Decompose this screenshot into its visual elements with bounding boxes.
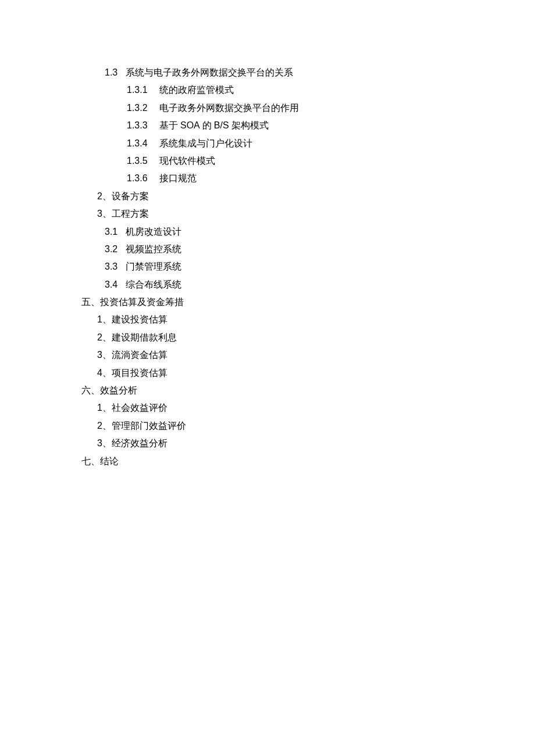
toc-number: 1 <box>97 403 102 413</box>
toc-item-3-2: 3.2 视频监控系统 <box>81 241 535 258</box>
toc-item-1-3: 1.3 系统与电子政务外网数据交换平台的关系 <box>81 64 535 81</box>
toc-item-6-2: 2、管理部门效益评价 <box>81 417 535 435</box>
toc-number: 2 <box>97 421 102 431</box>
toc-item-5-2: 2、建设期借款利息 <box>81 329 535 346</box>
toc-title: 建设投资估算 <box>112 314 167 324</box>
toc-item-1-3-5: 1.3.5 现代软件模式 <box>81 152 535 170</box>
toc-sep: 、 <box>102 209 112 218</box>
toc-number: 3.3 <box>105 258 123 275</box>
toc-title: 综合布线系统 <box>126 280 181 289</box>
toc-number: 1.3.1 <box>127 81 157 99</box>
toc-title: 统的政府监管模式 <box>159 85 234 95</box>
toc-number: 1.3.4 <box>127 135 157 152</box>
toc-number: 3.1 <box>105 223 123 241</box>
toc-title: 管理部门效益评价 <box>112 421 186 431</box>
toc-title: 门禁管理系统 <box>126 261 181 271</box>
toc-item-1-3-4: 1.3.4 系统集成与门户化设计 <box>81 135 535 152</box>
toc-number: 1.3 <box>105 64 123 81</box>
toc-title: 六、效益分析 <box>81 385 137 395</box>
toc-item-5-3: 3、流淌资金估算 <box>81 346 535 364</box>
toc-number: 1.3.2 <box>127 99 157 117</box>
toc-title: 五、投资估算及资金筹措 <box>81 297 184 307</box>
toc-sep: 、 <box>102 421 112 431</box>
toc-sep: 、 <box>102 332 112 342</box>
toc-number: 3 <box>97 438 102 448</box>
toc-item-3: 3、工程方案 <box>81 205 535 223</box>
toc-item-3-3: 3.3 门禁管理系统 <box>81 258 535 275</box>
toc-sep: 、 <box>102 350 112 360</box>
toc-number: 2 <box>97 191 102 201</box>
toc-item-1-3-2: 1.3.2 电子政务外网数据交换平台的作用 <box>81 99 535 117</box>
toc-sep: 、 <box>102 368 112 378</box>
toc-item-3-1: 3.1 机房改造设计 <box>81 223 535 241</box>
toc-title: 接口规范 <box>159 173 197 183</box>
toc-title: 现代软件模式 <box>159 156 215 166</box>
toc-number: 1.3.3 <box>127 117 157 134</box>
toc-title: 基于 SOA 的 B/S 架构模式 <box>159 120 269 130</box>
toc-heading-7: 七、结论 <box>81 453 535 470</box>
toc-heading-6: 六、效益分析 <box>81 382 535 399</box>
toc-title: 系统集成与门户化设计 <box>159 138 252 148</box>
toc-title: 建设期借款利息 <box>112 332 177 342</box>
toc-title: 设备方案 <box>112 191 149 201</box>
toc-title: 电子政务外网数据交换平台的作用 <box>159 103 299 113</box>
toc-title: 项目投资估算 <box>112 368 167 378</box>
toc-title: 流淌资金估算 <box>112 350 167 360</box>
toc-sep: 、 <box>102 403 112 413</box>
toc-number: 1.3.5 <box>127 152 157 170</box>
toc-title: 工程方案 <box>112 209 149 218</box>
toc-number: 3.4 <box>105 276 123 293</box>
toc-item-1-3-1: 1.3.1 统的政府监管模式 <box>81 81 535 99</box>
toc-sep: 、 <box>102 314 112 324</box>
toc-title: 七、结论 <box>81 456 119 466</box>
toc-item-5-4: 4、项目投资估算 <box>81 364 535 382</box>
toc-sep: 、 <box>102 191 112 201</box>
toc-item-6-1: 1、社会效益评价 <box>81 399 535 417</box>
toc-number: 3 <box>97 209 102 218</box>
toc-title: 系统与电子政务外网数据交换平台的关系 <box>126 67 293 77</box>
toc-item-6-3: 3、经济效益分析 <box>81 435 535 452</box>
toc-title: 视频监控系统 <box>126 244 181 254</box>
toc-number: 3 <box>97 350 102 360</box>
toc-sep: 、 <box>102 438 112 448</box>
toc-number: 3.2 <box>105 241 123 258</box>
toc-item-3-4: 3.4 综合布线系统 <box>81 276 535 293</box>
toc-item-1-3-6: 1.3.6 接口规范 <box>81 170 535 187</box>
toc-item-5-1: 1、建设投资估算 <box>81 311 535 328</box>
toc-title: 社会效益评价 <box>112 403 167 413</box>
toc-number: 1 <box>97 314 102 324</box>
toc-heading-5: 五、投资估算及资金筹措 <box>81 293 535 311</box>
toc-title: 经济效益分析 <box>112 438 167 448</box>
toc-number: 1.3.6 <box>127 170 157 187</box>
toc-title: 机房改造设计 <box>126 227 181 237</box>
toc-number: 4 <box>97 368 102 378</box>
toc-item-1-3-3: 1.3.3 基于 SOA 的 B/S 架构模式 <box>81 117 535 134</box>
toc-number: 2 <box>97 332 102 342</box>
toc-item-2: 2、设备方案 <box>81 188 535 205</box>
toc-container: 1.3 系统与电子政务外网数据交换平台的关系 1.3.1 统的政府监管模式 1.… <box>81 64 535 470</box>
